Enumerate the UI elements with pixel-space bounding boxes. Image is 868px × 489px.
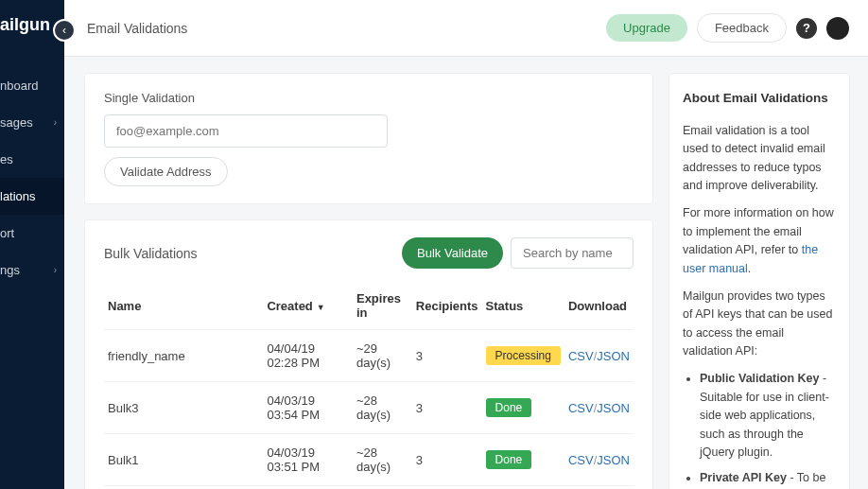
nav-item-1[interactable]: sages› (0, 104, 64, 141)
cell-download: CSV/JSON (564, 330, 634, 382)
cell-recipients: 3 (412, 434, 482, 486)
cell-status: Done (482, 434, 564, 486)
cell-created: 04/04/19 02:28 PM (263, 330, 353, 382)
single-validation-title: Single Validation (104, 91, 634, 105)
single-validation-panel: Single Validation Validate Address (85, 74, 652, 203)
cell-expires: ~28 day(s) (353, 434, 412, 486)
bulk-validate-button[interactable]: Bulk Validate (402, 237, 503, 269)
single-validation-input[interactable] (104, 114, 388, 148)
cell-recipients: 3 (412, 382, 482, 434)
nav-item-label: lations (0, 189, 36, 203)
table-row[interactable]: friendly_name04/04/19 02:28 PM~29 day(s)… (104, 330, 634, 382)
nav-item-2[interactable]: es (0, 141, 64, 178)
about-title: About Email Validations (683, 89, 836, 109)
chevron-right-icon: › (54, 265, 57, 275)
sidebar-collapse-button[interactable]: ‹ (53, 19, 76, 42)
col-recipients[interactable]: Recipients (412, 282, 482, 330)
status-badge: Done (486, 398, 532, 417)
cell-created: 04/03/19 03:46 PM (263, 486, 353, 490)
cell-name: Bulk1 (104, 434, 263, 486)
sort-desc-icon: ▼ (317, 303, 325, 312)
topbar: Email Validations Upgrade Feedback ? (64, 0, 868, 57)
cell-download: CSV/JSON (564, 434, 634, 486)
nav-item-label: nboard (0, 79, 38, 93)
col-name[interactable]: Name (104, 282, 263, 330)
cell-status: Processing (482, 330, 564, 382)
cell-expires: ~28 day(s) (353, 382, 412, 434)
status-badge: Processing (486, 346, 561, 365)
download-json-link[interactable]: JSON (597, 349, 630, 363)
cell-created: 04/03/19 03:54 PM (263, 382, 353, 434)
avatar[interactable] (826, 17, 849, 40)
nav-item-label: ort (0, 226, 14, 240)
feedback-button[interactable]: Feedback (697, 13, 787, 43)
bulk-table: Name Created▼ Expires in Recipients Stat… (104, 282, 634, 489)
status-badge: Done (486, 450, 532, 469)
search-input[interactable] (511, 237, 634, 269)
cell-expires: ~28 day(s) (353, 486, 412, 490)
nav-item-label: es (0, 152, 13, 166)
col-expires[interactable]: Expires in (353, 282, 412, 330)
help-icon[interactable]: ? (796, 18, 817, 39)
download-csv-link[interactable]: CSV (568, 401, 594, 415)
sidebar: ailgun ‹ nboardsages›eslationsortngs› (0, 0, 64, 489)
nav-item-label: ngs (0, 263, 20, 277)
about-li2: Private API Key - To be used in backend … (700, 469, 836, 489)
nav-item-label: sages (0, 115, 33, 130)
about-li1: Public Validation Key - Suitable for use… (700, 370, 836, 462)
nav-item-5[interactable]: ngs› (0, 252, 64, 288)
download-json-link[interactable]: JSON (597, 453, 630, 467)
nav-item-0[interactable]: nboard (0, 67, 64, 104)
cell-name: friendly_name (104, 330, 263, 382)
table-row[interactable]: List104/03/19 03:46 PM~28 day(s)3DoneCSV… (104, 486, 634, 490)
cell-status: Done (482, 382, 564, 434)
chevron-right-icon: › (54, 117, 57, 128)
cell-download: CSV/JSON (564, 382, 634, 434)
col-download[interactable]: Download (564, 282, 634, 330)
about-p2: For more information on how to implement… (683, 204, 836, 278)
col-status[interactable]: Status (482, 282, 564, 330)
validate-address-button[interactable]: Validate Address (104, 157, 228, 186)
cell-name: List1 (104, 486, 263, 490)
cell-expires: ~29 day(s) (353, 330, 412, 382)
about-p3: Mailgun provides two types of API keys t… (683, 288, 836, 361)
cell-download: CSV/JSON (564, 486, 634, 490)
about-panel: About Email Validations Email validation… (669, 74, 849, 489)
nav-item-3[interactable]: lations (0, 178, 64, 215)
cell-status: Done (482, 486, 564, 490)
nav: nboardsages›eslationsortngs› (0, 67, 64, 288)
table-row[interactable]: Bulk104/03/19 03:51 PM~28 day(s)3DoneCSV… (104, 434, 634, 486)
table-row[interactable]: Bulk304/03/19 03:54 PM~28 day(s)3DoneCSV… (104, 382, 634, 434)
bulk-validations-panel: Bulk Validations Bulk Validate Name Crea… (85, 220, 652, 489)
download-csv-link[interactable]: CSV (568, 349, 594, 363)
download-json-link[interactable]: JSON (597, 401, 630, 415)
download-csv-link[interactable]: CSV (568, 453, 594, 467)
cell-name: Bulk3 (104, 382, 263, 434)
cell-recipients: 3 (412, 486, 482, 490)
bulk-title: Bulk Validations (104, 246, 198, 261)
about-p1: Email validation is a tool used to detec… (683, 122, 836, 196)
cell-created: 04/03/19 03:51 PM (263, 434, 353, 486)
upgrade-button[interactable]: Upgrade (606, 14, 687, 42)
nav-item-4[interactable]: ort (0, 215, 64, 252)
col-created[interactable]: Created▼ (263, 282, 353, 330)
cell-recipients: 3 (412, 330, 482, 382)
page-title: Email Validations (87, 21, 187, 36)
